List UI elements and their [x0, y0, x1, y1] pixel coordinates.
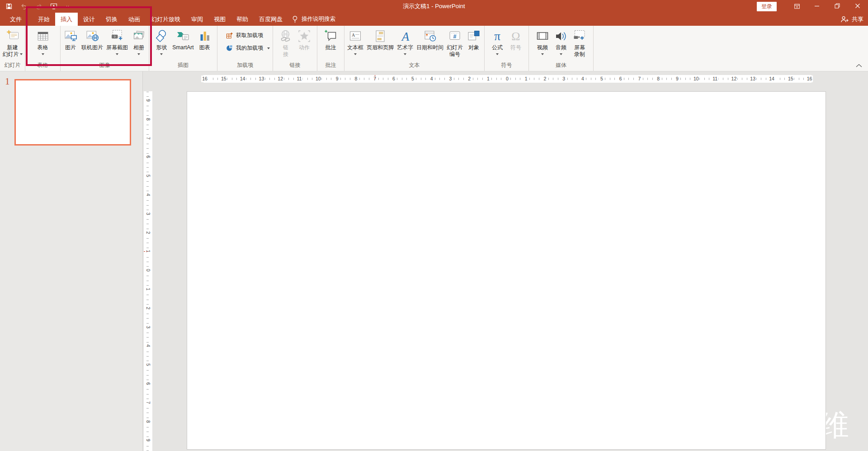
- collapse-ribbon-button[interactable]: [854, 62, 863, 69]
- video-button[interactable]: 视频: [533, 28, 552, 58]
- shapes-label: 形状: [156, 44, 167, 51]
- shapes-icon: [154, 28, 169, 44]
- wordart-label: 艺术字: [397, 44, 413, 51]
- restore-icon: [835, 3, 841, 9]
- shapes-button[interactable]: 形状: [152, 28, 170, 58]
- slide-number-button[interactable]: #幻灯片编号: [445, 28, 464, 58]
- slide-number-label-line2-text: 编号: [449, 51, 460, 57]
- save-icon[interactable]: [5, 3, 13, 10]
- h-ruler-number: 13: [749, 75, 756, 82]
- slide-thumbnail[interactable]: [14, 79, 131, 146]
- tell-me-search[interactable]: 操作说明搜索: [292, 13, 335, 26]
- tab-insert[interactable]: 插入: [55, 13, 78, 26]
- slide-number-icon: #: [447, 28, 462, 44]
- qat-customize-chevron-icon[interactable]: [65, 3, 70, 10]
- ribbon-group-comments: 批注批注: [317, 26, 344, 71]
- text-box-button[interactable]: A文本框: [346, 28, 365, 58]
- tab-design[interactable]: 设计: [78, 13, 100, 26]
- start-slideshow-icon[interactable]: [50, 3, 57, 10]
- group-label-text: 文本: [344, 61, 484, 69]
- svg-text:Ω: Ω: [511, 30, 520, 43]
- get-add-ins-button[interactable]: 获取加载项: [226, 32, 263, 39]
- my-add-ins-button[interactable]: 我的加载项: [226, 44, 270, 52]
- v-ruler-number: 4: [145, 193, 151, 196]
- tab-home[interactable]: 开始: [33, 13, 55, 26]
- powerpoint-window: 演示文稿1 - PowerPoint 登录 文件 开始插入设计切换动画幻灯片放映…: [0, 0, 868, 451]
- v-ruler-number: 8: [145, 420, 151, 423]
- date-time-button[interactable]: 日期和时间: [415, 28, 445, 58]
- equation-button[interactable]: π公式: [488, 28, 506, 58]
- ribbon-tabs: 开始插入设计切换动画幻灯片放映审阅视图帮助百度网盘: [33, 13, 288, 26]
- ribbon-display-options-button[interactable]: [787, 0, 807, 13]
- restore-button[interactable]: [827, 0, 848, 13]
- table-button[interactable]: 表格: [34, 28, 52, 58]
- wordart-button[interactable]: A艺术字: [396, 28, 415, 58]
- comment-label: 批注: [326, 44, 336, 51]
- online-pictures-button[interactable]: 联机图片: [80, 28, 104, 58]
- header-footer-button[interactable]: 页眉和页脚: [365, 28, 395, 58]
- tab-baidu-netdisk[interactable]: 百度网盘: [254, 13, 288, 26]
- screen-recording-button[interactable]: 屏幕录制: [571, 28, 589, 58]
- tab-review[interactable]: 审阅: [186, 13, 208, 26]
- redo-icon[interactable]: [35, 3, 42, 10]
- dropdown-caret-icon: [560, 53, 562, 55]
- header-footer-label: 页眉和页脚: [367, 44, 394, 51]
- dropdown-caret-icon: [20, 53, 23, 55]
- comment-button[interactable]: 批注: [322, 28, 340, 58]
- symbol-button: Ω符号: [507, 28, 525, 58]
- share-label: 共享: [852, 15, 863, 23]
- screen-recording-label-line2: 录制: [574, 51, 585, 57]
- ribbon-display-options-icon: [794, 3, 800, 9]
- chart-label: 图表: [199, 44, 210, 51]
- tab-file[interactable]: 文件: [4, 13, 28, 26]
- v-ruler-number: 4: [145, 344, 151, 347]
- h-ruler-number: 12: [277, 75, 284, 82]
- h-ruler-number: 1: [524, 75, 528, 82]
- chart-button[interactable]: 图表: [196, 28, 214, 58]
- titlebar-right: 登录: [757, 0, 868, 13]
- h-ruler-number: 15: [220, 75, 227, 82]
- link-label-line2: 接: [283, 51, 288, 57]
- tab-animations[interactable]: 动画: [123, 13, 146, 26]
- h-ruler-number: 14: [768, 75, 775, 82]
- dropdown-caret-icon: [496, 53, 499, 55]
- slide-number-label: 幻灯片: [447, 44, 463, 51]
- slide-canvas[interactable]: [187, 91, 826, 450]
- screen-recording-label: 屏幕: [574, 44, 585, 51]
- h-ruler-number: 5: [599, 75, 604, 82]
- close-button[interactable]: [848, 0, 868, 13]
- v-ruler-number: 5: [145, 363, 151, 366]
- audio-button[interactable]: 音频: [552, 28, 570, 58]
- online-pictures-icon: [85, 28, 100, 44]
- v-ruler-number: 1: [145, 288, 151, 291]
- tab-slide-show[interactable]: 幻灯片放映: [146, 13, 186, 26]
- wordart-icon: A: [397, 28, 413, 44]
- v-ruler-number: 6: [145, 382, 151, 385]
- minimize-button[interactable]: [807, 0, 827, 13]
- undo-icon[interactable]: [20, 3, 28, 10]
- my-add-ins-icon: [226, 44, 233, 52]
- h-ruler-number: 3: [561, 75, 566, 82]
- smartart-button[interactable]: SmartArt: [171, 28, 195, 58]
- v-ruler-number: 9: [145, 439, 151, 442]
- tab-transitions[interactable]: 切换: [100, 13, 123, 26]
- dropdown-caret-icon: [160, 53, 163, 55]
- h-ruler-number: 4: [429, 75, 434, 82]
- dropdown-caret-icon: [42, 53, 44, 55]
- equation-icon: π: [490, 28, 505, 44]
- group-label-illustrations: 插图: [149, 61, 217, 69]
- pictures-button[interactable]: 图片: [61, 28, 80, 58]
- h-ruler-number: 1: [486, 75, 491, 82]
- v-ruler-number: 2: [145, 307, 151, 310]
- share-button[interactable]: 共享: [840, 13, 863, 26]
- tab-help[interactable]: 帮助: [231, 13, 254, 26]
- new-slide-button[interactable]: 新建幻灯片: [1, 28, 24, 58]
- object-button[interactable]: 对象: [465, 28, 483, 58]
- tab-view[interactable]: 视图: [208, 13, 231, 26]
- video-label-line2: [541, 51, 544, 57]
- dropdown-caret-icon: [267, 47, 270, 49]
- login-button[interactable]: 登录: [757, 2, 777, 11]
- h-ruler-number: 6: [618, 75, 623, 82]
- photo-album-button[interactable]: 相册: [130, 28, 148, 58]
- screenshot-button[interactable]: 屏幕截图: [105, 28, 129, 58]
